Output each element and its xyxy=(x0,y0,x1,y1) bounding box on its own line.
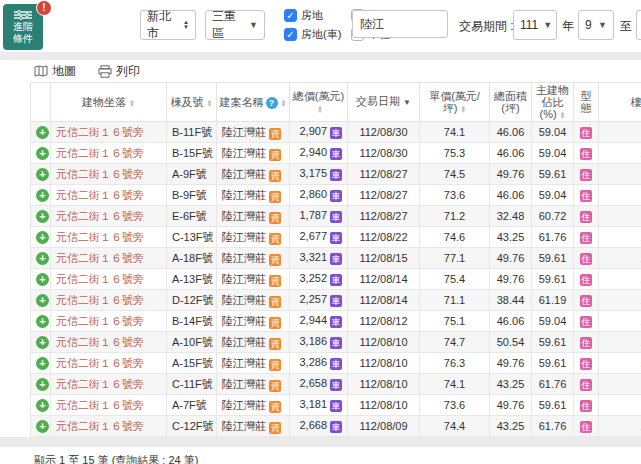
project-info-badge[interactable]: 資 xyxy=(269,338,281,350)
checkbox-checked-icon[interactable]: ✓ xyxy=(284,28,297,41)
chevron-down-icon: ▼ xyxy=(249,20,258,30)
area-cell: 46.06 xyxy=(490,143,532,164)
expand-row-button[interactable]: + xyxy=(36,189,49,202)
unit-price-cell: 77.1 xyxy=(420,248,490,269)
column-header-6[interactable]: 單價(萬元/坪)▲▼ xyxy=(420,83,490,122)
sort-icon[interactable]: ▲▼ xyxy=(317,105,323,113)
to-label: 至 xyxy=(620,18,632,35)
checkbox-1[interactable]: ✓房地 xyxy=(284,8,341,23)
help-icon[interactable]: ? xyxy=(266,97,278,109)
main-building-ratio-cell: 59.04 xyxy=(532,311,574,332)
unit-price-cell: 73.6 xyxy=(420,185,490,206)
expand-row-button[interactable]: + xyxy=(36,420,49,433)
project-info-badge[interactable]: 資 xyxy=(269,401,281,413)
to-year-select[interactable]: 112 ▼ xyxy=(636,10,641,40)
column-header-9[interactable]: 型態 xyxy=(574,83,599,122)
sort-icon[interactable]: ▲▼ xyxy=(207,99,213,107)
expand-row-button[interactable]: + xyxy=(36,315,49,328)
residential-type-badge: 住 xyxy=(580,421,592,433)
project-info-badge[interactable]: 資 xyxy=(269,191,281,203)
checkbox-checked-icon[interactable]: ✓ xyxy=(284,9,297,22)
column-header-label: 棟及號 xyxy=(171,96,204,108)
sort-icon[interactable]: ▲▼ xyxy=(460,105,466,113)
total-price-value: 2,860 xyxy=(299,188,327,200)
print-button[interactable]: 列印 xyxy=(98,63,140,80)
expand-cell: + xyxy=(31,311,51,332)
column-header-4[interactable]: 總價(萬元)▲▼ xyxy=(290,83,348,122)
floor-cell: 9/18 xyxy=(599,164,641,185)
project-info-badge[interactable]: 資 xyxy=(269,359,281,371)
total-price-cell: 2,658車 xyxy=(290,374,348,395)
project-info-badge[interactable]: 資 xyxy=(269,254,281,266)
from-year-select[interactable]: 111 ▼ xyxy=(513,10,557,40)
project-cell: 陸江灣莊資 xyxy=(217,311,290,332)
project-info-badge[interactable]: 資 xyxy=(269,149,281,161)
parking-included-badge: 車 xyxy=(330,148,342,160)
parking-included-badge: 車 xyxy=(330,400,342,412)
expand-row-button[interactable]: + xyxy=(36,336,49,349)
expand-row-button[interactable]: + xyxy=(36,273,49,286)
expand-row-button[interactable]: + xyxy=(36,357,49,370)
date-cell: 112/08/10 xyxy=(348,374,420,395)
expand-row-button[interactable]: + xyxy=(36,252,49,265)
project-info-badge[interactable]: 資 xyxy=(269,317,281,329)
project-info-badge[interactable]: 資 xyxy=(269,380,281,392)
keyword-input[interactable] xyxy=(352,10,448,38)
project-info-badge[interactable]: 資 xyxy=(269,212,281,224)
project-cell: 陸江灣莊資 xyxy=(217,122,290,143)
unit-price-cell: 71.1 xyxy=(420,290,490,311)
sort-icon[interactable]: ▲▼ xyxy=(129,99,135,107)
map-button[interactable]: 地圖 xyxy=(34,63,76,80)
column-header-2[interactable]: 棟及號▲▼ xyxy=(167,83,217,122)
column-header-1[interactable]: 建物坐落▲▼ xyxy=(51,83,167,122)
expand-row-button[interactable]: + xyxy=(36,210,49,223)
project-info-badge[interactable]: 資 xyxy=(269,170,281,182)
floor-cell: 11/18 xyxy=(599,374,641,395)
main-building-ratio-cell: 60.72 xyxy=(532,206,574,227)
project-info-badge[interactable]: 資 xyxy=(269,275,281,287)
column-header-5[interactable]: 交易日期▼ xyxy=(348,83,420,122)
sort-icon[interactable]: ▲▼ xyxy=(560,111,566,119)
column-header-label: 樓別/樓高 xyxy=(630,96,641,108)
date-cell: 112/08/15 xyxy=(348,248,420,269)
expand-row-button[interactable]: + xyxy=(36,147,49,160)
project-info-badge[interactable]: 資 xyxy=(269,128,281,140)
table-row: +元信二街１６號旁A-7F號陸江灣莊資3,181車112/08/1073.649… xyxy=(31,395,641,416)
city-select[interactable]: 新北市 ▲▼ xyxy=(140,10,196,40)
project-info-badge[interactable]: 資 xyxy=(269,422,281,434)
chevron-down-icon: ▼ xyxy=(598,20,607,30)
from-month-value: 9 xyxy=(585,18,592,32)
floor-cell: 15/18 xyxy=(599,143,641,164)
project-info-badge[interactable]: 資 xyxy=(269,233,281,245)
sort-icon[interactable]: ▲▼ xyxy=(281,99,287,107)
map-icon xyxy=(34,65,48,77)
column-header-10[interactable]: 樓別/樓高 xyxy=(599,83,641,122)
expand-row-button[interactable]: + xyxy=(36,168,49,181)
project-name: 陸江灣莊 xyxy=(222,189,266,201)
column-header-8[interactable]: 主建物佔比(%)▲▼ xyxy=(532,83,574,122)
expand-row-button[interactable]: + xyxy=(36,126,49,139)
date-cell: 112/08/09 xyxy=(348,416,420,437)
main-building-ratio-cell: 59.61 xyxy=(532,395,574,416)
parking-included-badge: 車 xyxy=(330,337,342,349)
checkbox-label: 房地(車) xyxy=(301,27,341,42)
column-header-7[interactable]: 總面積(坪) xyxy=(490,83,532,122)
from-month-select[interactable]: 9 ▼ xyxy=(578,10,614,40)
unit-cell: A-9F號 xyxy=(167,164,217,185)
column-header-label: 型態 xyxy=(581,90,592,114)
checkbox-3[interactable]: ✓房地(車) xyxy=(284,27,341,42)
sort-desc-icon[interactable]: ▼ xyxy=(403,98,411,107)
district-select[interactable]: 三重區 ▼ xyxy=(205,10,265,40)
floor-cell: 9/18 xyxy=(599,185,641,206)
date-cell: 112/08/22 xyxy=(348,227,420,248)
header-expand xyxy=(31,83,51,122)
date-cell: 112/08/27 xyxy=(348,206,420,227)
column-header-3[interactable]: 建案名稱?▲▼ xyxy=(217,83,290,122)
expand-row-button[interactable]: + xyxy=(36,231,49,244)
project-info-badge[interactable]: 資 xyxy=(269,296,281,308)
project-cell: 陸江灣莊資 xyxy=(217,269,290,290)
expand-row-button[interactable]: + xyxy=(36,294,49,307)
expand-row-button[interactable]: + xyxy=(36,399,49,412)
expand-row-button[interactable]: + xyxy=(36,378,49,391)
address-cell: 元信二街１６號旁 xyxy=(51,227,167,248)
